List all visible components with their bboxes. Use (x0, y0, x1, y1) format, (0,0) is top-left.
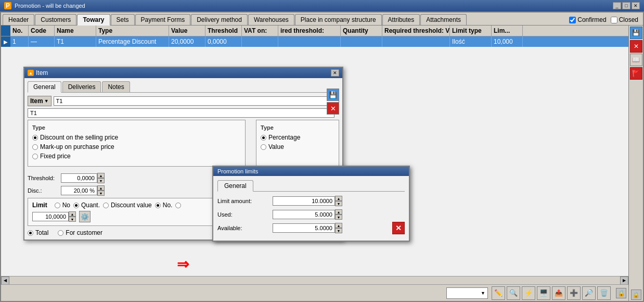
limit-amount-up[interactable]: ▲ (335, 196, 342, 201)
save-button[interactable]: 💾 (630, 27, 642, 39)
item-save-button[interactable]: 💾 (327, 89, 339, 101)
delete-button[interactable]: ✕ (630, 40, 642, 53)
radio-for-customer[interactable]: For customer (58, 229, 102, 236)
item-dialog-titlebar: ▲ Item ✕ (24, 68, 342, 78)
radio-limit-no[interactable]: No (55, 202, 70, 209)
tab-sets[interactable]: Sets (111, 14, 135, 25)
available-input[interactable] (273, 223, 335, 233)
radio-limit-extra-btn[interactable] (175, 203, 181, 208)
radio-limit-extra[interactable] (175, 203, 181, 208)
scrollbar[interactable]: ◀ ▶ (1, 276, 628, 284)
promo-tab-general[interactable]: General (217, 180, 253, 192)
close-window-button[interactable]: ✕ (632, 2, 640, 9)
radio-limit-no-btn[interactable] (55, 203, 60, 208)
maximize-button[interactable]: □ (622, 2, 630, 9)
radio-limit-discval-btn[interactable] (103, 203, 109, 208)
radio-fixed-btn[interactable] (32, 154, 38, 159)
tab-payment-forms[interactable]: Payment Forms (135, 14, 191, 25)
promo-limits-content: General Limit amount: ▲ ▼ Used: ▲ ▼ (213, 176, 409, 241)
minimize-button[interactable]: _ (613, 2, 621, 9)
sidebar-lock-icon[interactable]: 🔒 (631, 290, 641, 300)
cell-code: — (29, 36, 55, 47)
col-code-header: Code (29, 26, 55, 36)
available-down[interactable]: ▼ (335, 228, 342, 233)
col-limtype-header: Limit type (450, 26, 492, 36)
available-up[interactable]: ▲ (335, 223, 342, 228)
used-input[interactable] (273, 210, 335, 219)
edit-icon[interactable]: ✏️ (492, 286, 505, 300)
type-section-left: Type Discount on the selling price Mark-… (28, 120, 246, 167)
tab-attachments[interactable]: Attachments (420, 14, 467, 25)
monitor-icon[interactable]: 🖥️ (537, 286, 550, 300)
item-dialog-icon: ▲ (28, 70, 34, 76)
tab-deliveries[interactable]: Deliveries (62, 81, 101, 92)
limit-down[interactable]: ▼ (69, 217, 76, 222)
tab-customers[interactable]: Customers (35, 14, 76, 25)
zoom-icon[interactable]: 🔎 (582, 286, 596, 300)
radio-markup-btn[interactable] (32, 144, 38, 150)
trash-icon[interactable]: 🗑️ (597, 286, 611, 300)
tab-general[interactable]: General (28, 81, 61, 93)
confirmed-label: Confirmed (577, 16, 606, 23)
radio-limit-discval[interactable]: Discount value (103, 202, 152, 209)
disc-input[interactable] (61, 186, 97, 195)
cell-ired (278, 36, 341, 47)
limit-up[interactable]: ▲ (69, 211, 76, 217)
radio-for-customer-btn[interactable] (58, 230, 63, 236)
radio-limit-no2-btn[interactable] (155, 203, 161, 208)
radio-limit-no2[interactable]: No. (155, 202, 173, 209)
available-label: Available: (217, 225, 269, 231)
type-left-title: Type (32, 124, 241, 131)
scroll-left[interactable]: ◀ (1, 276, 9, 285)
promo-tab-bar: General (217, 180, 405, 192)
threshold-input[interactable] (61, 173, 97, 183)
item-cancel-button[interactable]: ✕ (327, 102, 339, 115)
lightning-icon[interactable]: ⚡ (522, 286, 535, 300)
flag-button[interactable]: 🚩 (630, 67, 642, 80)
radio-value-btn[interactable] (261, 144, 266, 150)
radio-percentage-btn[interactable] (261, 135, 266, 141)
threshold-up[interactable]: ▲ (97, 173, 105, 178)
add-icon[interactable]: ➕ (567, 286, 581, 300)
radio-total[interactable]: Total (28, 229, 48, 236)
item-desc-input[interactable] (28, 108, 334, 118)
item-dropdown[interactable]: Item ▼ (28, 96, 51, 106)
limit-amount-down[interactable]: ▼ (335, 201, 342, 206)
title-bar: P Promotion - will be changed _ □ ✕ (0, 0, 644, 11)
item-input[interactable] (54, 96, 339, 106)
lock-icon[interactable]: 🔒 (616, 288, 626, 298)
radio-discount-selling[interactable]: Discount on the selling price (32, 134, 241, 141)
item-dialog-close[interactable]: ✕ (331, 69, 339, 77)
limit-amount-input[interactable] (273, 196, 335, 206)
radio-limit-quant[interactable]: Quant. (73, 202, 100, 209)
tab-warehouses[interactable]: Warehouses (248, 14, 294, 25)
disc-down[interactable]: ▼ (97, 191, 105, 196)
radio-percentage[interactable]: Percentage (261, 134, 334, 141)
tab-attributes[interactable]: Attributes (382, 14, 420, 25)
closed-checkbox[interactable] (611, 17, 617, 23)
promo-limits-close-button[interactable]: ✕ (392, 222, 405, 234)
used-down[interactable]: ▼ (335, 215, 342, 220)
upload-icon[interactable]: 📤 (552, 286, 565, 300)
tab-delivery-method[interactable]: Delivery method (191, 14, 248, 25)
radio-limit-quant-btn[interactable] (73, 203, 79, 208)
used-up[interactable]: ▲ (335, 209, 342, 215)
disc-up[interactable]: ▲ (97, 185, 105, 191)
radio-total-btn[interactable] (28, 230, 33, 236)
tab-header[interactable]: Header (3, 14, 34, 25)
book-button[interactable]: 📖 (630, 54, 642, 66)
limit-extra-btn[interactable]: ⚙️ (79, 211, 91, 222)
tab-towary[interactable]: Towary (77, 14, 110, 26)
search-icon[interactable]: 🔍 (507, 286, 520, 300)
radio-value[interactable]: Value (261, 143, 334, 150)
tab-place-company[interactable]: Place in company structure (295, 14, 382, 25)
table-row[interactable]: ▶ 1 — T1 Percentage Discount 20,0000 0,0… (1, 36, 628, 47)
confirmed-checkbox[interactable] (569, 17, 576, 23)
radio-fixed-price[interactable]: Fixed price (32, 153, 241, 160)
radio-markup-purchase[interactable]: Mark-up on purchase price (32, 143, 241, 150)
radio-discount-selling-btn[interactable] (32, 135, 38, 141)
tab-notes[interactable]: Notes (102, 81, 130, 92)
threshold-down[interactable]: ▼ (97, 178, 105, 183)
scroll-right[interactable]: ▶ (620, 276, 628, 285)
limit-value-input[interactable] (32, 212, 69, 221)
